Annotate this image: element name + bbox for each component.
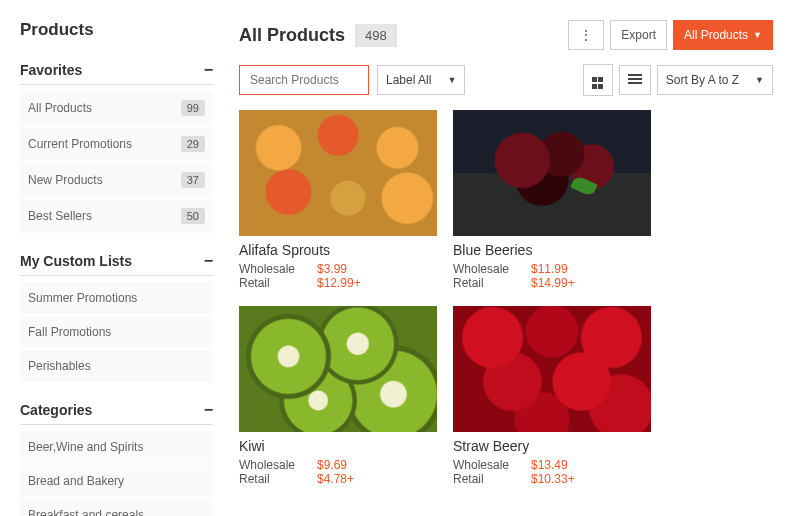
sidebar-item-beer-wine-spirits[interactable]: Beer,Wine and Spirits (20, 431, 213, 463)
sidebar-title: Products (20, 20, 213, 40)
wholesale-row: Wholesale $9.69 (239, 458, 437, 472)
retail-label: Retail (239, 472, 317, 486)
product-image (239, 110, 437, 236)
retail-row: Retail $12.99+ (239, 276, 437, 290)
sidebar-item-label: All Products (28, 101, 92, 115)
retail-row: Retail $14.99+ (453, 276, 651, 290)
wholesale-label: Wholesale (453, 262, 531, 276)
sidebar-item-bread-bakery[interactable]: Bread and Bakery (20, 465, 213, 497)
collapse-icon: − (204, 402, 213, 418)
retail-price: $4.78+ (317, 472, 354, 486)
label-filter-value: Label All (386, 73, 431, 87)
wholesale-label: Wholesale (239, 262, 317, 276)
retail-row: Retail $4.78+ (239, 472, 437, 486)
sidebar-item-fall-promotions[interactable]: Fall Promotions (20, 316, 213, 348)
sidebar-item-all-products[interactable]: All Products 99 (20, 91, 213, 125)
grid-icon (592, 77, 604, 89)
wholesale-label: Wholesale (239, 458, 317, 472)
sidebar-item-summer-promotions[interactable]: Summer Promotions (20, 282, 213, 314)
wholesale-label: Wholesale (453, 458, 531, 472)
favorites-section: Favorites − All Products 99 Current Prom… (20, 56, 213, 233)
main-content: All Products 498 ⋮ Export All Products ▼… (225, 0, 793, 516)
sidebar-item-label: Breakfast and cereals (28, 508, 144, 516)
product-image (453, 306, 651, 432)
chevron-down-icon: ▼ (447, 75, 456, 85)
retail-label: Retail (239, 276, 317, 290)
product-card[interactable]: Kiwi Wholesale $9.69 Retail $4.78+ (239, 306, 437, 486)
sidebar-item-count: 50 (181, 208, 205, 224)
custom-lists-section: My Custom Lists − Summer Promotions Fall… (20, 247, 213, 382)
chevron-down-icon: ▼ (755, 75, 764, 85)
product-name: Blue Beeries (453, 242, 651, 258)
retail-price: $10.33+ (531, 472, 575, 486)
header-actions: ⋮ Export All Products ▼ (568, 20, 773, 50)
collapse-icon: − (204, 253, 213, 269)
sidebar-item-label: Bread and Bakery (28, 474, 124, 488)
sidebar-item-count: 99 (181, 100, 205, 116)
product-filter-label: All Products (684, 28, 748, 42)
sidebar-item-label: Best Sellers (28, 209, 92, 223)
wholesale-row: Wholesale $11.99 (453, 262, 651, 276)
retail-label: Retail (453, 472, 531, 486)
more-options-button[interactable]: ⋮ (568, 20, 604, 50)
wholesale-price: $9.69 (317, 458, 347, 472)
export-button[interactable]: Export (610, 20, 667, 50)
label-filter-select[interactable]: Label All ▼ (377, 65, 465, 95)
favorites-header[interactable]: Favorites − (20, 56, 213, 85)
product-grid: Alifafa Sprouts Wholesale $3.99 Retail $… (239, 110, 773, 486)
sidebar-item-perishables[interactable]: Perishables (20, 350, 213, 382)
search-input[interactable] (239, 65, 369, 95)
filter-left: Label All ▼ (239, 65, 465, 95)
filter-right: Sort By A to Z ▼ (583, 64, 773, 96)
sidebar-item-label: Current Promotions (28, 137, 132, 151)
header-left: All Products 498 (239, 24, 397, 47)
custom-lists-title: My Custom Lists (20, 253, 132, 269)
sidebar-item-count: 37 (181, 172, 205, 188)
sidebar-item-breakfast-cereals[interactable]: Breakfast and cereals (20, 499, 213, 516)
wholesale-row: Wholesale $13.49 (453, 458, 651, 472)
sidebar: Products Favorites − All Products 99 Cur… (0, 0, 225, 516)
chevron-down-icon: ▼ (753, 30, 762, 40)
sidebar-item-label: New Products (28, 173, 103, 187)
sidebar-item-label: Beer,Wine and Spirits (28, 440, 143, 454)
product-name: Alifafa Sprouts (239, 242, 437, 258)
custom-lists-header[interactable]: My Custom Lists − (20, 247, 213, 276)
sidebar-item-current-promotions[interactable]: Current Promotions 29 (20, 127, 213, 161)
product-card[interactable]: Blue Beeries Wholesale $11.99 Retail $14… (453, 110, 651, 290)
favorites-title: Favorites (20, 62, 82, 78)
sidebar-item-count: 29 (181, 136, 205, 152)
grid-view-button[interactable] (583, 64, 613, 96)
categories-section: Categories − Beer,Wine and Spirits Bread… (20, 396, 213, 516)
collapse-icon: − (204, 62, 213, 78)
product-image (453, 110, 651, 236)
wholesale-row: Wholesale $3.99 (239, 262, 437, 276)
product-count-badge: 498 (355, 24, 397, 47)
categories-header[interactable]: Categories − (20, 396, 213, 425)
retail-price: $14.99+ (531, 276, 575, 290)
product-name: Straw Beery (453, 438, 651, 454)
retail-label: Retail (453, 276, 531, 290)
product-image (239, 306, 437, 432)
sidebar-item-label: Summer Promotions (28, 291, 137, 305)
sort-select[interactable]: Sort By A to Z ▼ (657, 65, 773, 95)
retail-price: $12.99+ (317, 276, 361, 290)
product-name: Kiwi (239, 438, 437, 454)
filter-row: Label All ▼ Sort By A to Z ▼ (239, 64, 773, 96)
retail-row: Retail $10.33+ (453, 472, 651, 486)
sidebar-item-best-sellers[interactable]: Best Sellers 50 (20, 199, 213, 233)
categories-title: Categories (20, 402, 92, 418)
product-card[interactable]: Straw Beery Wholesale $13.49 Retail $10.… (453, 306, 651, 486)
sort-value: Sort By A to Z (666, 73, 739, 87)
wholesale-price: $11.99 (531, 262, 568, 276)
wholesale-price: $13.49 (531, 458, 568, 472)
sidebar-item-new-products[interactable]: New Products 37 (20, 163, 213, 197)
wholesale-price: $3.99 (317, 262, 347, 276)
page-title: All Products (239, 25, 345, 46)
page-header: All Products 498 ⋮ Export All Products ▼ (239, 20, 773, 50)
sidebar-item-label: Perishables (28, 359, 91, 373)
sidebar-item-label: Fall Promotions (28, 325, 111, 339)
list-icon (628, 72, 642, 86)
product-card[interactable]: Alifafa Sprouts Wholesale $3.99 Retail $… (239, 110, 437, 290)
list-view-button[interactable] (619, 65, 651, 95)
product-filter-dropdown[interactable]: All Products ▼ (673, 20, 773, 50)
